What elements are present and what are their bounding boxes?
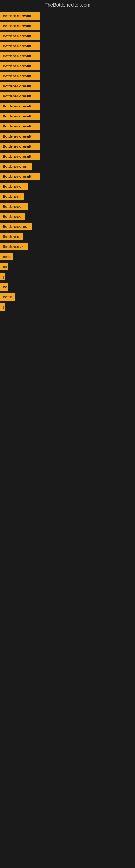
bottleneck-result-label: Bottleneck r <box>0 183 28 190</box>
list-item: Bottleneck result <box>0 21 135 31</box>
bottleneck-result-label: Bottleneck result <box>0 143 40 150</box>
bottleneck-result-label: Bottleneck result <box>0 32 40 40</box>
bottleneck-result-label: Bottleneck r <box>0 243 28 250</box>
list-item: Bottleneck r <box>0 242 135 251</box>
bottleneck-result-label: Bo <box>0 263 8 271</box>
bottleneck-result-label: Bottleneck <box>0 213 25 220</box>
list-item: Bottleneck result <box>0 51 135 61</box>
bottleneck-result-label: Bottleneck result <box>0 72 40 80</box>
bottleneck-result-label: Bottleneck result <box>0 42 40 50</box>
list-item: Bo <box>0 262 135 272</box>
list-item: Bottleneck <box>0 212 135 221</box>
bottleneck-result-label: | <box>0 303 5 311</box>
bottleneck-result-label: Bottleneck result <box>0 52 40 60</box>
list-item: Bottleneck result <box>0 71 135 81</box>
list-item: Bottlenec <box>0 192 135 201</box>
list-item: Bottleneck result <box>0 11 135 21</box>
bottleneck-result-label: Bottlenec <box>0 233 23 240</box>
bottleneck-result-label: Bottleneck result <box>0 22 40 30</box>
bottleneck-result-label: Bottleneck result <box>0 102 40 110</box>
bottleneck-list: Bottleneck resultBottleneck resultBottle… <box>0 11 135 318</box>
list-item: Bottleneck result <box>0 61 135 71</box>
bottleneck-result-label: Bottle <box>0 293 15 301</box>
list-item: | <box>0 302 135 312</box>
bottleneck-result-label: Bottleneck result <box>0 93 40 100</box>
list-item: Bottleneck result <box>0 101 135 111</box>
bottleneck-result-label: Bottleneck result <box>0 123 40 130</box>
bottleneck-result-label: Bottleneck result <box>0 83 40 90</box>
bottleneck-result-label: Bottlenec <box>0 193 24 200</box>
list-item: Bottleneck r <box>0 202 135 211</box>
list-item: Bottleneck res <box>0 162 135 171</box>
bottleneck-result-label: Bott <box>0 253 13 260</box>
bottleneck-result-label: Bottleneck result <box>0 173 40 180</box>
bottleneck-result-label: Bo <box>0 283 8 290</box>
list-item: | <box>0 272 135 282</box>
bottleneck-result-label: Bottleneck result <box>0 12 40 20</box>
bottleneck-result-label: Bottleneck res <box>0 223 32 230</box>
list-item: Bottleneck result <box>0 172 135 181</box>
bottleneck-result-label: Bottleneck res <box>0 163 32 170</box>
list-item: Bottleneck result <box>0 112 135 121</box>
list-item: Bottleneck result <box>0 142 135 151</box>
list-item: Bottleneck result <box>0 131 135 141</box>
list-item: Bottleneck result <box>0 152 135 161</box>
bottleneck-result-label: | <box>0 273 5 280</box>
list-item: Bottleneck r <box>0 182 135 191</box>
list-item: Bottleneck result <box>0 31 135 41</box>
bottleneck-result-label: Bottleneck result <box>0 133 40 140</box>
bottleneck-result-label: Bottleneck r <box>0 203 28 210</box>
bottleneck-result-label: Bottleneck result <box>0 62 40 70</box>
list-item: Bottleneck res <box>0 222 135 231</box>
site-title: TheBottlenecker.com <box>0 0 135 11</box>
list-item: Bottle <box>0 292 135 302</box>
bottleneck-result-label: Bottleneck result <box>0 153 40 160</box>
list-item: Bo <box>0 282 135 291</box>
list-item: Bottleneck result <box>0 91 135 101</box>
list-item: Bottlenec <box>0 232 135 241</box>
bottleneck-result-label: Bottleneck result <box>0 113 40 120</box>
list-item: Bottleneck result <box>0 82 135 91</box>
list-item: Bottleneck result <box>0 41 135 51</box>
list-item: Bottleneck result <box>0 122 135 131</box>
list-item: Bott <box>0 252 135 261</box>
